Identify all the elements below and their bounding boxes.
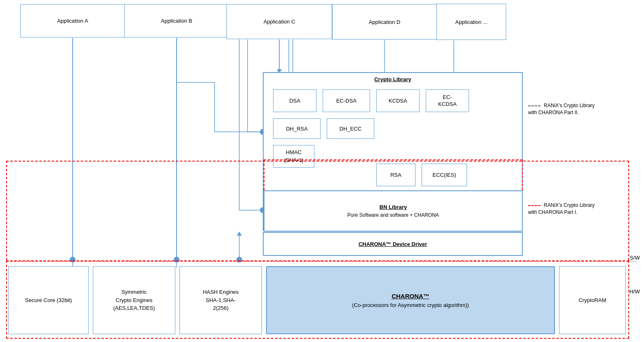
- crypto-lib-title: Crypto Library: [374, 76, 411, 82]
- charona-hw-sublabel: (Co-processors for Asymmetric crypto alg…: [352, 302, 469, 308]
- dh-ecc-box: DH_ECC: [327, 118, 374, 139]
- sym-crypto-box: Symmetric Crypto Engines (AES,LEA,TDES): [93, 266, 175, 334]
- app-b-box: Application B: [124, 4, 229, 37]
- app-e-box: Application ...: [436, 4, 506, 40]
- app-d-box: Application D: [332, 4, 437, 40]
- app-b-label: Application B: [161, 18, 192, 24]
- hash-label: HASH Engines SHA-1,SHA- 2(256): [203, 288, 239, 312]
- dsa-box: DSA: [273, 89, 316, 112]
- app-a-label: Application A: [57, 18, 88, 24]
- secure-core-box: Secure Core (32bit): [8, 266, 89, 334]
- app-d-label: Application D: [369, 19, 401, 25]
- ecdsa-box: EC-DSA: [323, 89, 370, 112]
- app-c-label: Application C: [264, 19, 295, 25]
- sw-boundary-box: [6, 161, 629, 260]
- hash-engines-box: HASH Engines SHA-1,SHA- 2(256): [179, 266, 262, 334]
- charona-hw-box: CHARONA™ (Co-processors for Asymmetric c…: [266, 266, 555, 334]
- app-a-box: Application A: [20, 4, 125, 37]
- app-c-box: Application C: [226, 4, 332, 39]
- sw-label: S/W: [630, 255, 640, 261]
- hw-label: H/W: [630, 288, 640, 295]
- ranix-part2-label: RANiX's Crypto Library with CHARONA Part…: [528, 102, 619, 116]
- cryptoram-box: CryptoRAM: [559, 266, 626, 334]
- app-e-label: Application ...: [455, 19, 487, 25]
- diagram-container: Application A Application B Application …: [0, 0, 644, 342]
- ec-kcdsa-box: EC- KCDSA: [426, 89, 469, 112]
- kcdsa-box: KCDSA: [376, 89, 420, 112]
- dh-rsa-box: DH_RSA: [273, 118, 321, 139]
- charona-hw-title: CHARONA™: [392, 293, 429, 300]
